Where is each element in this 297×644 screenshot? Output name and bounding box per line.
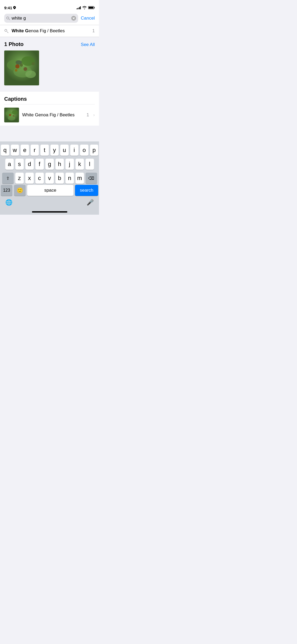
key-o[interactable]: o bbox=[80, 145, 88, 156]
key-v[interactable]: v bbox=[45, 173, 54, 184]
svg-point-10 bbox=[16, 60, 22, 65]
key-numbers[interactable]: 123 bbox=[1, 185, 12, 196]
search-bar-container: Cancel bbox=[0, 12, 99, 25]
key-space[interactable]: space bbox=[27, 185, 73, 196]
key-row-2: a s d f g h j k l bbox=[1, 159, 98, 170]
caption-svg bbox=[4, 108, 19, 122]
svg-point-16 bbox=[12, 110, 18, 114]
svg-point-12 bbox=[25, 71, 36, 78]
key-rows: q w e r t y u i o p a s d f g h j k l ⇧ … bbox=[0, 141, 99, 185]
search-suggestion-icon bbox=[4, 29, 8, 33]
suggestion-text: White Genoa Fig / Beetles bbox=[12, 28, 65, 34]
key-b[interactable]: b bbox=[55, 173, 64, 184]
key-x[interactable]: x bbox=[25, 173, 34, 184]
suggestion-row[interactable]: White Genoa Fig / Beetles 1 bbox=[0, 25, 99, 37]
caption-thumbnail bbox=[4, 108, 19, 122]
key-e[interactable]: e bbox=[21, 145, 29, 156]
photo-svg bbox=[4, 50, 39, 85]
captions-section: Captions bbox=[0, 92, 99, 126]
key-shift[interactable]: ⇧ bbox=[2, 173, 14, 184]
key-a[interactable]: a bbox=[5, 159, 14, 170]
search-input[interactable] bbox=[12, 16, 70, 21]
key-k[interactable]: k bbox=[76, 159, 84, 170]
key-u[interactable]: u bbox=[60, 145, 69, 156]
cancel-button[interactable]: Cancel bbox=[81, 16, 95, 21]
caption-text: White Genoa Fig / Beetles bbox=[22, 112, 83, 118]
key-search[interactable]: search bbox=[75, 185, 98, 196]
svg-point-7 bbox=[15, 64, 20, 68]
key-d[interactable]: d bbox=[25, 159, 34, 170]
key-delete[interactable]: ⌫ bbox=[86, 173, 97, 184]
svg-point-15 bbox=[6, 111, 12, 116]
svg-point-9 bbox=[23, 67, 27, 71]
signal-bars bbox=[77, 6, 81, 9]
photos-section-header: 1 Photo See All bbox=[4, 41, 95, 47]
key-c[interactable]: c bbox=[35, 173, 44, 184]
keyboard-extras: 🌐 🎤 bbox=[0, 197, 99, 211]
svg-point-11 bbox=[15, 69, 17, 72]
wifi-icon bbox=[82, 6, 87, 9]
search-input-wrap[interactable] bbox=[4, 14, 78, 23]
keyboard-bottom-row: 123 🙂 space search bbox=[0, 185, 99, 197]
key-s[interactable]: s bbox=[15, 159, 24, 170]
key-q[interactable]: q bbox=[1, 145, 9, 156]
globe-icon[interactable]: 🌐 bbox=[5, 199, 12, 206]
caption-count: 1 bbox=[87, 112, 89, 118]
photo-thumbnail[interactable] bbox=[4, 50, 39, 85]
photo-image bbox=[4, 50, 39, 85]
key-z[interactable]: z bbox=[15, 173, 24, 184]
key-y[interactable]: y bbox=[50, 145, 59, 156]
svg-rect-2 bbox=[89, 7, 93, 9]
key-m[interactable]: m bbox=[76, 173, 84, 184]
svg-point-13 bbox=[32, 62, 35, 65]
results-area: 1 Photo See All bbox=[0, 37, 99, 85]
clear-button[interactable] bbox=[71, 16, 76, 21]
location-icon bbox=[13, 6, 16, 9]
see-all-button[interactable]: See All bbox=[81, 42, 95, 47]
svg-rect-1 bbox=[94, 7, 95, 8]
caption-row[interactable]: White Genoa Fig / Beetles 1 › bbox=[0, 104, 99, 126]
svg-point-19 bbox=[8, 116, 15, 121]
photos-count-title: 1 Photo bbox=[4, 41, 23, 47]
home-indicator bbox=[32, 211, 67, 213]
key-p[interactable]: p bbox=[90, 145, 98, 156]
key-r[interactable]: r bbox=[31, 145, 39, 156]
key-i[interactable]: i bbox=[70, 145, 79, 156]
key-h[interactable]: h bbox=[55, 159, 64, 170]
key-j[interactable]: j bbox=[65, 159, 74, 170]
key-emoji[interactable]: 🙂 bbox=[14, 185, 26, 196]
key-g[interactable]: g bbox=[45, 159, 54, 170]
chevron-right-icon: › bbox=[93, 112, 95, 118]
microphone-icon[interactable]: 🎤 bbox=[87, 199, 94, 206]
key-w[interactable]: w bbox=[11, 145, 19, 156]
captions-title: Captions bbox=[0, 92, 99, 104]
key-row-1: q w e r t y u i o p bbox=[1, 145, 98, 156]
status-bar: 9:41 bbox=[0, 0, 99, 12]
keyboard: q w e r t y u i o p a s d f g h j k l ⇧ … bbox=[0, 141, 99, 215]
suggestion-count: 1 bbox=[92, 28, 95, 34]
key-f[interactable]: f bbox=[35, 159, 44, 170]
search-icon bbox=[6, 16, 10, 20]
key-l[interactable]: l bbox=[86, 159, 94, 170]
key-n[interactable]: n bbox=[65, 173, 74, 184]
status-time: 9:41 bbox=[4, 6, 12, 10]
status-icons bbox=[77, 6, 95, 9]
key-t[interactable]: t bbox=[40, 145, 49, 156]
battery-icon bbox=[88, 6, 95, 9]
key-row-3: ⇧ z x c v b n m ⌫ bbox=[1, 173, 98, 184]
svg-point-17 bbox=[9, 114, 11, 116]
